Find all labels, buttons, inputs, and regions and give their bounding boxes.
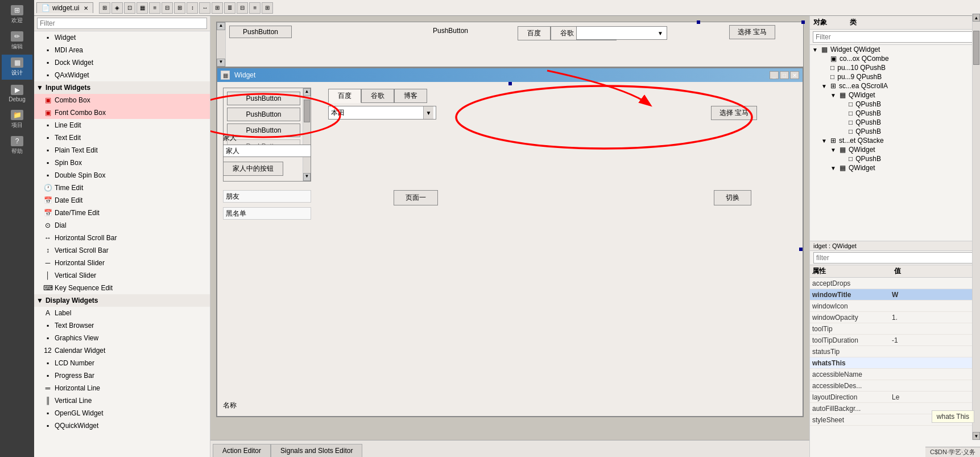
toolbar-btn-7[interactable]: ⊞	[174, 2, 185, 14]
tree-item-pushb1[interactable]: □ QPushB	[810, 100, 980, 109]
nav-edit[interactable]: ✏ 编辑	[2, 28, 32, 53]
tree-item-pu9[interactable]: □ pu...9 QPushB	[810, 72, 980, 81]
prop-row-autofill[interactable]: autoFillBackgr...	[810, 403, 980, 414]
action-editor-tab[interactable]: Action Editor	[213, 444, 271, 457]
panel-scrollbar-v[interactable]: ▲ ▼	[217, 22, 226, 67]
sidebar-item-dateedit[interactable]: 📅 Date Edit	[34, 194, 210, 207]
sidebar-item-hscrollbar[interactable]: ↔ Horizontal Scroll Bar	[34, 232, 210, 244]
prop-row-acceptdrops[interactable]: acceptDrops	[810, 278, 980, 289]
tree-item-pushb5[interactable]: □ QPushB	[810, 154, 980, 163]
input-jiaren[interactable]: 家人	[223, 145, 311, 157]
titlebar-minimize-btn[interactable]: _	[770, 71, 779, 79]
toolbar-btn-2[interactable]: ◈	[111, 2, 123, 14]
sidebar-item-keyseqedit[interactable]: ⌨ Key Sequence Edit	[34, 282, 210, 294]
outer-tab-baidu[interactable]: 百度	[518, 26, 551, 40]
sidebar-item-progressbar[interactable]: ▪ Progress Bar	[34, 369, 210, 382]
toolbar-btn-14[interactable]: ⊞	[262, 2, 273, 14]
panel-inner-scrollbar[interactable]: ▲ ▼	[303, 88, 311, 181]
prop-row-whatsthistext[interactable]: whatsThis	[810, 357, 980, 369]
file-close-icon[interactable]: ✕	[84, 5, 88, 11]
prop-row-statustip[interactable]: statusTip	[810, 346, 980, 357]
sidebar-item-lineedit[interactable]: ▪ Line Edit	[34, 119, 210, 131]
outer-select-btn[interactable]: 选择 宝马	[729, 25, 775, 39]
right-filter-input[interactable]	[813, 31, 977, 43]
titlebar-maximize-btn[interactable]: □	[780, 71, 789, 79]
sidebar-item-vscrollbar[interactable]: ↕ Vertical Scroll Bar	[34, 244, 210, 257]
tree-item-qwidget2[interactable]: ▼ ▦ QWidget	[810, 145, 980, 154]
designer-background[interactable]: ▲ ▼ PushButton PushButton 百度 谷歌 博客	[210, 16, 809, 423]
outer-combobox[interactable]: ▼	[576, 26, 667, 40]
sidebar-item-vline[interactable]: ║ Vertical Line	[34, 394, 210, 407]
toolbar-btn-5[interactable]: ≡	[149, 2, 160, 14]
panel-scroll-thumb[interactable]	[304, 100, 310, 122]
toolbar-btn-8[interactable]: ↕	[187, 2, 198, 14]
panel-scroll-down-arrow[interactable]: ▼	[303, 173, 311, 181]
sidebar-item-timeedit[interactable]: 🕐 Time Edit	[34, 182, 210, 194]
panel-scroll-up-arrow[interactable]: ▲	[303, 88, 311, 96]
sidebar-item-widget[interactable]: ▪ Widget	[34, 31, 210, 44]
input-widgets-section[interactable]: ▼ Input Widgets	[34, 81, 210, 94]
inner-pushbtn-3[interactable]: PushButton	[227, 123, 300, 137]
tree-item-pu10[interactable]: □ pu...10 QPushB	[810, 63, 980, 72]
inner-combobox[interactable]: 本田 ▼	[328, 106, 436, 120]
prop-row-layoutdirection[interactable]: layoutDirection Le	[810, 392, 980, 403]
prop-row-accessibledes[interactable]: accessibleDes...	[810, 380, 980, 392]
signals-slots-tab[interactable]: Signals and Slots Editor	[271, 444, 362, 457]
tree-item-pushb2[interactable]: □ QPushB	[810, 109, 980, 118]
toolbar-btn-10[interactable]: ⊞	[212, 2, 223, 14]
prop-filter-input[interactable]	[813, 252, 977, 264]
toolbar-btn-6[interactable]: ⊟	[162, 2, 173, 14]
sidebar-item-graphicsview[interactable]: ▪ Graphics View	[34, 332, 210, 344]
prop-row-windowopacity[interactable]: windowOpacity 1.	[810, 312, 980, 323]
toolbar-btn-13[interactable]: ≡	[249, 2, 260, 14]
sidebar-item-dial[interactable]: ⊙ Dial	[34, 219, 210, 232]
scrollbar-down-btn[interactable]: ▼	[973, 432, 980, 440]
sidebar-item-vslider[interactable]: │ Vertical Slider	[34, 269, 210, 282]
btn-qiehuan[interactable]: 切换	[714, 190, 751, 205]
nav-design[interactable]: ▦ 设计	[2, 55, 32, 80]
inner-pushbtn-1[interactable]: PushButton	[227, 92, 300, 105]
tree-item-qwidget3[interactable]: ▼ ▦ QWidget	[810, 163, 980, 172]
prop-row-accessiblename[interactable]: accessibleName	[810, 369, 980, 380]
inner-tab-blog[interactable]: 博客	[394, 89, 427, 103]
prop-row-tooltip[interactable]: toolTip	[810, 323, 980, 335]
scrollbar-thumb[interactable]	[973, 31, 979, 65]
toolbar-btn-4[interactable]: ▦	[137, 2, 148, 14]
sidebar-item-opengl[interactable]: ▪ OpenGL Widget	[34, 407, 210, 419]
prop-row-stylesheet[interactable]: styleSheet	[810, 414, 980, 426]
tree-item-combobox[interactable]: ▣ co...ox QCombe	[810, 54, 980, 63]
nav-help[interactable]: ? 帮助	[2, 133, 32, 158]
panel-scroll-up[interactable]: ▲	[217, 22, 225, 30]
tree-item-widget[interactable]: ▼ ▦ Widget QWidget	[810, 45, 980, 54]
sidebar-item-spinbox[interactable]: ▪ Spin Box	[34, 157, 210, 169]
btn-page1[interactable]: 页面一	[394, 190, 438, 205]
sidebar-item-plaintextedit[interactable]: ▪ Plain Text Edit	[34, 144, 210, 157]
inner-select-btn[interactable]: 选择 宝马	[711, 106, 757, 120]
toolbar-btn-3[interactable]: ⊡	[124, 2, 135, 14]
sidebar-item-combobox[interactable]: ▣ Combo Box	[34, 94, 210, 106]
tree-item-qwidget1[interactable]: ▼ ▦ QWidget	[810, 90, 980, 100]
file-tab[interactable]: 📄 widget.ui ✕	[36, 2, 93, 13]
toolbar-btn-9[interactable]: ↔	[199, 2, 210, 14]
toolbar-btn-12[interactable]: ⊟	[237, 2, 248, 14]
btn-jiaren[interactable]: 家人中的按钮	[223, 162, 283, 176]
inner-tab-baidu[interactable]: 百度	[328, 89, 361, 103]
nav-debug[interactable]: ▶ Debug	[2, 81, 32, 106]
sidebar-item-calendar[interactable]: 12 Calendar Widget	[34, 344, 210, 357]
sidebar-item-textedit[interactable]: ▪ Text Edit	[34, 131, 210, 144]
sidebar-item-mdi[interactable]: ▪ MDI Area	[34, 44, 210, 56]
prop-row-windowtitle[interactable]: windowTitle W	[810, 289, 980, 300]
panel-scroll-down[interactable]: ▼	[217, 59, 225, 67]
tree-item-stacked[interactable]: ▼ ⊞ st...et QStacke	[810, 136, 980, 145]
inner-pushbtn-2[interactable]: PushButton	[227, 108, 300, 121]
sidebar-item-lcdnumber[interactable]: ▪ LCD Number	[34, 357, 210, 369]
nav-project[interactable]: 📁 项目	[2, 107, 32, 132]
sidebar-item-doublespinbox[interactable]: ▪ Double Spin Box	[34, 169, 210, 182]
tree-item-scrollarea[interactable]: ▼ ⊞ sc...ea QScrollA	[810, 81, 980, 90]
sidebar-item-qax[interactable]: ▪ QAxWidget	[34, 69, 210, 81]
sidebar-item-datetimeedit[interactable]: 📅 Date/Time Edit	[34, 207, 210, 219]
sidebar-item-qquick[interactable]: ▪ QQuickWidget	[34, 419, 210, 432]
sidebar-item-hline[interactable]: ═ Horizontal Line	[34, 382, 210, 394]
tree-item-pushb3[interactable]: □ QPushB	[810, 118, 980, 127]
sidebar-item-hslider[interactable]: ─ Horizontal Slider	[34, 257, 210, 269]
